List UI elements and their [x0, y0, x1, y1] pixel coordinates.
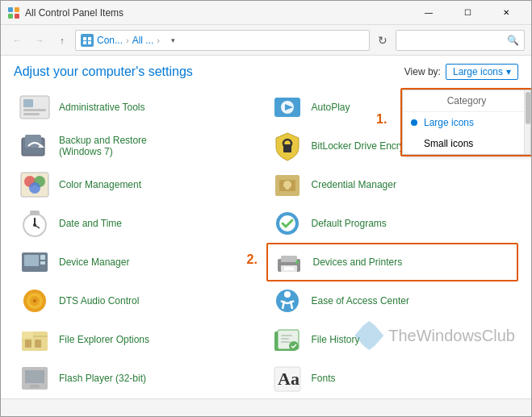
- autoplay-icon: [271, 91, 304, 123]
- path-separator-1: ›: [126, 35, 129, 45]
- default-programs-icon: [271, 207, 304, 240]
- svg-rect-2: [8, 14, 13, 19]
- grid-item-color-mgmt[interactable]: Color Management: [14, 165, 266, 204]
- autoplay-label: AutoPlay: [312, 102, 350, 113]
- svg-point-33: [33, 223, 36, 227]
- dropdown-item-large-icons[interactable]: Large icons: [403, 112, 530, 133]
- grid-item-backup-restore[interactable]: Backup and Restore (Windows 7): [14, 127, 266, 165]
- svg-rect-60: [281, 335, 292, 336]
- svg-rect-12: [23, 113, 40, 115]
- radio-empty-icon: [411, 140, 417, 147]
- refresh-button[interactable]: ↻: [373, 31, 392, 50]
- svg-rect-38: [24, 255, 39, 266]
- path-separator-2: ›: [157, 35, 160, 45]
- path-segment-2: All ...: [132, 35, 154, 46]
- svg-rect-62: [281, 341, 291, 343]
- svg-rect-3: [15, 14, 19, 19]
- file-explorer-label: File Explorer Options: [59, 334, 149, 345]
- grid-item-credential-mgr[interactable]: Credential Manager: [266, 165, 519, 204]
- svg-rect-56: [25, 340, 31, 348]
- dropdown-item-label: Small icons: [424, 138, 473, 149]
- file-explorer-icon: [19, 323, 51, 356]
- svg-rect-45: [284, 267, 294, 270]
- svg-rect-65: [25, 370, 44, 383]
- svg-rect-1: [15, 7, 19, 12]
- svg-text:Aa: Aa: [278, 369, 300, 389]
- svg-rect-55: [22, 332, 33, 338]
- annotation-1: 1.: [376, 112, 387, 127]
- grid-item-ease-access[interactable]: Ease of Access Center: [266, 281, 519, 320]
- svg-rect-8: [88, 41, 91, 44]
- view-by: View by: Large icons ▾: [404, 64, 518, 80]
- flash-player-icon: [19, 362, 51, 394]
- svg-rect-40: [40, 261, 45, 265]
- device-manager-label: Device Manager: [59, 256, 129, 268]
- dropdown-item-label: Large icons: [424, 117, 474, 128]
- backup-restore-icon: [19, 130, 51, 162]
- path-icon: [81, 34, 94, 47]
- grid-item-admin-tools[interactable]: Administrative Tools: [14, 88, 266, 127]
- address-path[interactable]: Con... › All ... › ▾: [75, 30, 370, 51]
- path-dropdown-button[interactable]: ▾: [163, 31, 182, 50]
- content-header: Adjust your computer's settings View by:…: [1, 56, 531, 85]
- window: All Control Panel Items — ☐ ✕ ← → ↑ Con.…: [0, 0, 532, 417]
- svg-point-51: [284, 291, 291, 298]
- path-segment-1: Con...: [97, 35, 123, 46]
- grid-item-device-manager[interactable]: Device Manager: [14, 243, 266, 281]
- title-bar-left: All Control Panel Items: [7, 6, 124, 19]
- dropdown-category-header: Category: [403, 90, 530, 112]
- grid-item-flash-player[interactable]: Flash Player (32-bit): [14, 359, 266, 398]
- fonts-label: Fonts: [312, 373, 336, 384]
- close-button[interactable]: ✕: [488, 1, 525, 25]
- view-by-label: View by:: [404, 66, 441, 77]
- page-title: Adjust your computer's settings: [14, 65, 193, 79]
- minimize-button[interactable]: —: [410, 1, 447, 25]
- dropdown-item-small-icons[interactable]: Small icons: [403, 133, 530, 154]
- svg-rect-10: [23, 99, 33, 107]
- view-by-value: Large icons: [453, 66, 503, 77]
- dropdown-scrollbar[interactable]: [524, 90, 530, 154]
- watermark-icon: [354, 321, 383, 350]
- search-box[interactable]: 🔍: [396, 30, 525, 51]
- file-history-icon: [271, 323, 304, 356]
- up-button[interactable]: ↑: [52, 31, 72, 50]
- svg-point-44: [295, 261, 299, 264]
- flash-player-label: Flash Player (32-bit): [59, 373, 146, 384]
- scrollbar-thumb: [526, 92, 530, 124]
- back-button[interactable]: ←: [7, 31, 27, 50]
- admin-tools-label: Administrative Tools: [59, 102, 145, 113]
- watermark-text: TheWindowsClub: [388, 327, 515, 345]
- view-dropdown-menu: Category Large icons Small icons 1.: [402, 90, 531, 155]
- svg-rect-61: [281, 338, 289, 340]
- grid-item-dts-audio[interactable]: DTS Audio Control: [14, 281, 266, 320]
- credential-mgr-label: Credential Manager: [312, 179, 396, 190]
- watermark: TheWindowsClub: [354, 321, 515, 350]
- grid-item-default-programs[interactable]: Default Programs: [266, 204, 519, 243]
- forward-button[interactable]: →: [30, 31, 49, 50]
- title-bar: All Control Panel Items — ☐ ✕: [1, 1, 531, 25]
- main-content: Adjust your computer's settings View by:…: [1, 56, 531, 398]
- maximize-button[interactable]: ☐: [449, 1, 486, 25]
- grid-item-date-time[interactable]: Date and Time: [14, 204, 266, 243]
- grid-item-fonts[interactable]: Aa Fonts: [266, 359, 519, 398]
- device-manager-icon: [19, 246, 51, 278]
- svg-rect-57: [35, 340, 41, 348]
- dts-audio-icon: [19, 285, 51, 317]
- backup-restore-label: Backup and Restore (Windows 7): [59, 135, 147, 157]
- color-mgmt-icon: [19, 169, 51, 201]
- window-icon: [7, 6, 20, 19]
- view-dropdown-button[interactable]: Large icons ▾: [446, 64, 518, 80]
- title-buttons: — ☐ ✕: [410, 1, 525, 25]
- grid-item-devices-printers[interactable]: Devices and Printers 2.: [266, 243, 519, 281]
- devices-printers-icon: [273, 246, 305, 278]
- svg-rect-7: [83, 41, 86, 44]
- address-bar: ← → ↑ Con... › All ... › ▾ ↻ 🔍: [1, 25, 531, 56]
- dropdown-arrow-icon: ▾: [506, 66, 511, 77]
- svg-rect-5: [83, 37, 86, 40]
- bitlocker-icon: [271, 130, 304, 162]
- svg-rect-28: [286, 185, 289, 190]
- status-bar: [1, 398, 531, 416]
- svg-rect-6: [88, 37, 91, 40]
- svg-rect-39: [40, 255, 45, 260]
- grid-item-file-explorer[interactable]: File Explorer Options: [14, 320, 266, 359]
